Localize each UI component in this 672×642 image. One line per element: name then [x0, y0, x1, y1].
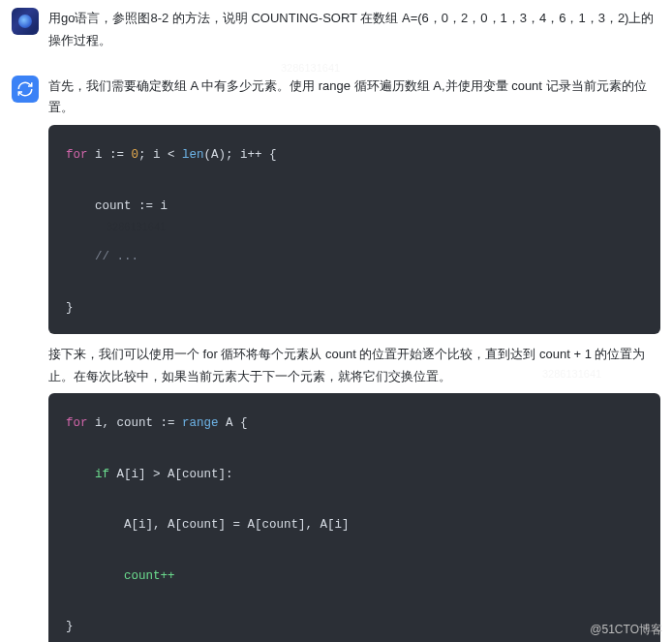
- user-message: 用go语言，参照图8-2 的方法，说明 COUNTING-SORT 在数组 A=…: [0, 0, 672, 62]
- bot-body: 首先，我们需要确定数组 A 中有多少元素。使用 range 循环遍历数组 A,并…: [48, 76, 660, 643]
- func-len: len: [182, 148, 204, 162]
- code-block-1: for i := 0; i < len(A); i++ { count := i…: [48, 125, 660, 334]
- kw-range: range: [182, 416, 219, 430]
- kw-for: for: [66, 148, 88, 162]
- bot-paragraph-1: 首先，我们需要确定数组 A 中有多少元素。使用 range 循环遍历数组 A,并…: [48, 76, 660, 120]
- code-comment: // ...: [66, 250, 138, 263]
- code-indent: [66, 569, 124, 583]
- user-avatar: [12, 8, 39, 35]
- kw-for: for: [66, 416, 88, 430]
- code-text: i, count :=: [88, 416, 183, 430]
- code-line: count := i: [66, 199, 168, 213]
- user-text: 用go语言，参照图8-2 的方法，说明 COUNTING-SORT 在数组 A=…: [48, 8, 660, 52]
- bot-avatar: [12, 76, 39, 103]
- number-literal: 0: [132, 148, 139, 162]
- bot-message: 首先，我们需要确定数组 A 中有多少元素。使用 range 循环遍历数组 A,并…: [0, 62, 672, 643]
- kw-if: if: [66, 468, 109, 481]
- refresh-icon: [16, 80, 34, 98]
- code-line: }: [66, 620, 74, 633]
- watermark: @51CTO博客: [590, 622, 662, 638]
- code-text: A[i] > A[count]:: [109, 468, 233, 481]
- code-text: A {: [219, 416, 248, 430]
- bot-paragraph-2: 接下来，我们可以使用一个 for 循环将每个元素从 count 的位置开始逐个比…: [48, 344, 660, 388]
- user-body: 用go语言，参照图8-2 的方法，说明 COUNTING-SORT 在数组 A=…: [48, 8, 660, 58]
- count-inc: count++: [124, 569, 175, 583]
- code-text: i :=: [88, 148, 132, 162]
- code-text: (A); i++ {: [204, 148, 277, 162]
- code-line: A[i], A[count] = A[count], A[i]: [66, 518, 350, 532]
- code-text: ; i <: [138, 148, 182, 162]
- code-line: }: [66, 301, 74, 315]
- code-block-2: for i, count := range A { if A[i] > A[co…: [48, 393, 660, 642]
